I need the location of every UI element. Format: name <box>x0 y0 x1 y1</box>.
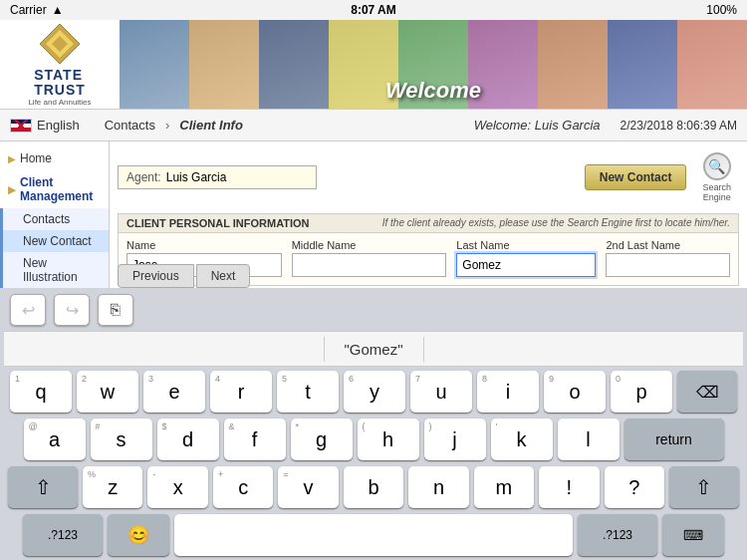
content-area: Agent: Luis Garcia New Contact 🔍 SearchE… <box>110 141 747 288</box>
redo-button[interactable]: ↪ <box>54 294 90 326</box>
sidebar-item-home[interactable]: ▶ Home <box>0 146 109 170</box>
keyboard-area: ↩ ↪ ⎘ "Gomez" 1q 2w 3e 4r 5t 6y 7u 8i 9o… <box>0 288 747 560</box>
client-section-hint: If the client already exists, please use… <box>382 217 730 229</box>
key-8[interactable]: 8i <box>477 371 539 413</box>
key-f[interactable]: &f <box>224 419 286 460</box>
agent-label: Agent: <box>126 170 161 184</box>
nav-bar: English Contacts › Client Info Welcome: … <box>0 110 747 141</box>
key-n[interactable]: n <box>408 466 468 508</box>
key-g[interactable]: *g <box>291 419 353 460</box>
wifi-icon: ▲ <box>52 3 64 17</box>
time-display: 8:07 AM <box>351 3 396 17</box>
backspace-key[interactable]: ⌫ <box>677 371 737 413</box>
key-question[interactable]: ? <box>605 466 664 508</box>
status-bar: Carrier ▲ 8:07 AM 100% <box>0 0 747 20</box>
search-engine-label: SearchEngine <box>702 182 731 202</box>
key-9[interactable]: 9o <box>544 371 606 413</box>
key-v[interactable]: =v <box>278 466 338 508</box>
key-excl[interactable]: ! <box>539 466 599 508</box>
kb-toolbar: ↩ ↪ ⎘ <box>4 294 743 326</box>
kb-row-numbers: 1q 2w 3e 4r 5t 6y 7u 8i 9o 0p ⌫ <box>8 371 739 413</box>
key-s[interactable]: #s <box>91 419 152 460</box>
kb-row-zxcv: ⇧ %z -x +c =v b n m ! ? ⇧ <box>8 466 739 508</box>
last-name-2-col: 2nd Last Name <box>606 239 730 277</box>
new-contact-button[interactable]: New Contact <box>585 164 687 190</box>
key-b[interactable]: b <box>344 466 403 508</box>
middle-name-label: Middle Name <box>292 239 447 251</box>
undo-button[interactable]: ↩ <box>10 294 46 326</box>
agent-row: Agent: Luis Garcia New Contact 🔍 SearchE… <box>118 149 739 205</box>
middle-name-col: Middle Name <box>292 239 447 277</box>
agent-name-value: Luis Garcia <box>166 170 227 184</box>
key-1[interactable]: 1q <box>10 371 72 413</box>
flag-icon <box>10 119 32 133</box>
battery-label: 100% <box>706 3 737 17</box>
key-x[interactable]: -x <box>147 466 207 508</box>
kb-row-asdf: @a #s $d &f *g (h )j 'k l return <box>8 419 739 460</box>
last-name-2-label: 2nd Last Name <box>606 239 730 251</box>
key-3[interactable]: 3e <box>143 371 205 413</box>
sidebar: ▶ Home ▶ Client Management Contacts New … <box>0 141 110 288</box>
last-name-2-input[interactable] <box>606 253 730 277</box>
space-key[interactable] <box>174 514 573 556</box>
num-special-key-right[interactable]: .?123 <box>578 514 657 556</box>
last-name-input[interactable] <box>456 253 596 277</box>
sidebar-sub-new-illustration[interactable]: New Illustration <box>0 252 109 288</box>
sidebar-sub-new-contact[interactable]: New Contact <box>0 230 109 252</box>
shift-key[interactable]: ⇧ <box>8 466 78 508</box>
return-key[interactable]: return <box>624 419 724 460</box>
key-c[interactable]: +c <box>213 466 273 508</box>
key-h[interactable]: (h <box>358 419 419 460</box>
client-section-header: CLIENT PERSONAL INFORMATION If the clien… <box>119 214 738 233</box>
agent-field: Agent: Luis Garcia <box>118 165 317 189</box>
previous-button[interactable]: Previous <box>118 264 194 288</box>
key-4[interactable]: 4r <box>210 371 272 413</box>
key-5[interactable]: 5t <box>277 371 339 413</box>
key-0[interactable]: 0p <box>611 371 672 413</box>
next-button[interactable]: Next <box>196 264 251 288</box>
app-container: STATETRUST Life and Annuities Welcome En… <box>0 20 747 560</box>
client-section-title: CLIENT PERSONAL INFORMATION <box>126 217 310 229</box>
keyboard: 1q 2w 3e 4r 5t 6y 7u 8i 9o 0p ⌫ @a #s $d… <box>4 371 743 556</box>
header: STATETRUST Life and Annuities Welcome <box>0 20 747 110</box>
carrier-label: Carrier <box>10 3 47 17</box>
banner-photos: Welcome <box>120 20 747 109</box>
nav-language[interactable]: English <box>37 118 80 133</box>
sidebar-arrow-home: ▶ <box>8 153 16 164</box>
key-7[interactable]: 7u <box>410 371 472 413</box>
middle-name-input[interactable] <box>292 253 447 277</box>
key-z[interactable]: %z <box>83 466 142 508</box>
logo-area: STATETRUST Life and Annuities <box>0 20 120 109</box>
autocomplete-bar: "Gomez" <box>4 331 743 367</box>
num-special-key-left[interactable]: .?123 <box>23 514 103 556</box>
key-k[interactable]: 'k <box>491 419 553 460</box>
shift-key-right[interactable]: ⇧ <box>669 466 739 508</box>
nav-arrow-icon: › <box>165 118 169 133</box>
search-engine-button[interactable]: 🔍 SearchEngine <box>694 149 739 205</box>
key-j[interactable]: )j <box>424 419 486 460</box>
emoji-key[interactable]: 😊 <box>108 514 169 556</box>
key-a[interactable]: @a <box>24 419 86 460</box>
kb-row-bottom: .?123 😊 .?123 ⌨ <box>8 514 739 556</box>
sidebar-sub-contacts[interactable]: Contacts <box>0 208 109 230</box>
key-m[interactable]: m <box>474 466 534 508</box>
paste-button[interactable]: ⎘ <box>98 294 133 326</box>
last-name-label: Last Name <box>456 239 596 251</box>
key-6[interactable]: 6y <box>344 371 405 413</box>
nav-crumb-client-info[interactable]: Client Info <box>179 118 243 133</box>
logo-diamond-icon <box>38 22 82 66</box>
key-2[interactable]: 2w <box>77 371 138 413</box>
keyboard-dismiss-key[interactable]: ⌨ <box>662 514 724 556</box>
logo-brand-name: STATETRUST <box>34 68 86 99</box>
search-circle-icon: 🔍 <box>703 152 731 180</box>
autocomplete-word-1[interactable]: "Gomez" <box>324 337 424 362</box>
nav-welcome-label: Welcome: Luis Garcia <box>474 118 601 133</box>
name-label: Name <box>126 239 282 251</box>
prev-next-controls: Previous Next <box>118 264 250 288</box>
sidebar-item-client-management[interactable]: ▶ Client Management <box>0 170 109 208</box>
last-name-col: Last Name <box>456 239 596 277</box>
key-l[interactable]: l <box>558 419 620 460</box>
sidebar-arrow-client: ▶ <box>8 184 16 195</box>
nav-crumb-contacts[interactable]: Contacts <box>105 118 155 133</box>
key-d[interactable]: $d <box>157 419 219 460</box>
